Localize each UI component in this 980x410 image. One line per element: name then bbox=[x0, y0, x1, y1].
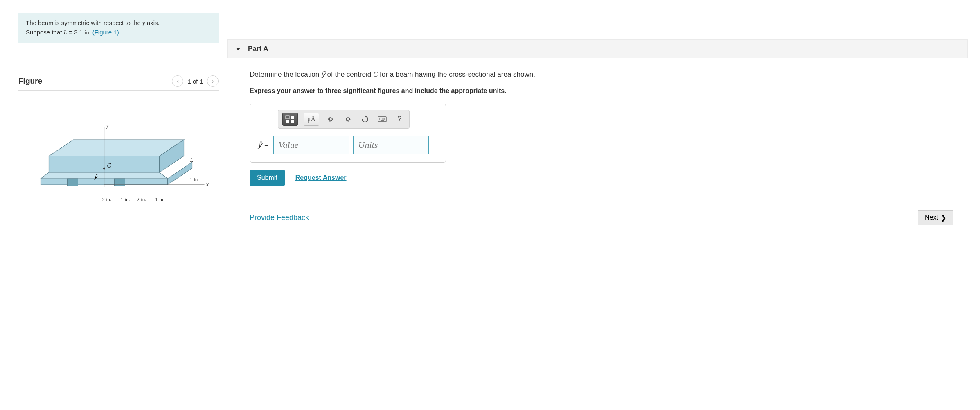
q-var-ybar: ȳ bbox=[321, 70, 325, 78]
svg-marker-20 bbox=[365, 115, 367, 118]
question-text: Determine the location ȳ of the centroid… bbox=[250, 70, 968, 80]
answer-toolbar: μÅ ? bbox=[278, 110, 410, 129]
submit-row: Submit Request Answer bbox=[250, 170, 968, 186]
svg-rect-6 bbox=[68, 179, 78, 186]
svg-rect-16 bbox=[286, 120, 289, 123]
svg-rect-15 bbox=[291, 116, 294, 119]
intro-text-1b: axis. bbox=[145, 19, 160, 26]
dim-1in-a: 1 in. bbox=[121, 196, 130, 202]
figure-link[interactable]: (Figure 1) bbox=[92, 29, 119, 36]
template-button[interactable] bbox=[282, 113, 298, 126]
right-panel: Part A Determine the location ȳ of the c… bbox=[227, 0, 980, 242]
next-button[interactable]: Next ❯ bbox=[918, 210, 953, 225]
q-mid: of the centroid bbox=[325, 70, 373, 78]
svg-point-10 bbox=[103, 168, 105, 170]
part-a-body: Determine the location ȳ of the centroid… bbox=[227, 58, 980, 242]
figure-prev-button[interactable]: ‹ bbox=[172, 75, 183, 87]
intro-text-1a: The beam is symmetric with respect to th… bbox=[26, 19, 142, 26]
feedback-row: Provide Feedback Next ❯ bbox=[250, 210, 968, 242]
dim-2in-a: 2 in. bbox=[102, 196, 112, 202]
dim-L: L bbox=[190, 156, 194, 163]
chevron-right-icon: ❯ bbox=[941, 214, 946, 222]
caret-down-icon bbox=[236, 48, 241, 50]
q-post: for a beam having the cross-sectional ar… bbox=[378, 70, 535, 78]
intro-text-2a: Suppose that bbox=[26, 29, 64, 36]
dim-1in-b: 1 in. bbox=[155, 196, 165, 202]
reset-button[interactable] bbox=[359, 113, 371, 125]
intro-var-L: L bbox=[64, 29, 67, 36]
next-label: Next bbox=[925, 214, 938, 221]
axis-y-label: y bbox=[106, 122, 109, 129]
help-button[interactable]: ? bbox=[394, 113, 405, 125]
centroid-label: C bbox=[107, 162, 112, 169]
input-row: ȳ = bbox=[257, 136, 438, 154]
figure-counter: 1 of 1 bbox=[187, 78, 203, 85]
svg-marker-4 bbox=[168, 162, 192, 185]
provide-feedback-link[interactable]: Provide Feedback bbox=[250, 213, 309, 222]
figure-next-button[interactable]: › bbox=[207, 75, 219, 87]
intro-text-2b: = 3.1 bbox=[67, 29, 84, 36]
q-pre: Determine the location bbox=[250, 70, 321, 78]
intro-unit: in. bbox=[84, 29, 90, 36]
figure-image: y x C ȳ L 1 in. 2 in. 1 in. 2 in. 1 in. bbox=[18, 103, 219, 222]
answer-box: μÅ ? ȳ = bbox=[250, 104, 446, 163]
left-panel: The beam is symmetric with respect to th… bbox=[0, 0, 227, 242]
part-a-title: Part A bbox=[248, 45, 268, 53]
units-button[interactable]: μÅ bbox=[304, 113, 319, 126]
instruction-text: Express your answer to three significant… bbox=[250, 87, 968, 95]
request-answer-link[interactable]: Request Answer bbox=[295, 174, 347, 181]
figure-title: Figure bbox=[18, 77, 42, 86]
keyboard-button[interactable] bbox=[376, 113, 388, 125]
axis-x-label: x bbox=[206, 181, 209, 188]
submit-button[interactable]: Submit bbox=[250, 170, 285, 186]
dim-2in-b: 2 in. bbox=[137, 196, 146, 202]
units-input[interactable] bbox=[353, 136, 429, 154]
part-a-header[interactable]: Part A bbox=[227, 39, 968, 58]
dim-1in-right: 1 in. bbox=[190, 177, 199, 183]
eq-label: ȳ = bbox=[257, 140, 269, 150]
intro-var-y: y bbox=[142, 20, 145, 26]
redo-button[interactable] bbox=[342, 113, 354, 125]
q-var-C: C bbox=[373, 70, 378, 78]
svg-rect-14 bbox=[286, 116, 289, 119]
value-input[interactable] bbox=[273, 136, 349, 154]
figure-nav: ‹ 1 of 1 › bbox=[172, 75, 219, 87]
svg-rect-17 bbox=[291, 120, 294, 123]
figure-header: Figure ‹ 1 of 1 › bbox=[18, 75, 219, 91]
intro-box: The beam is symmetric with respect to th… bbox=[18, 13, 219, 43]
undo-button[interactable] bbox=[325, 113, 336, 125]
